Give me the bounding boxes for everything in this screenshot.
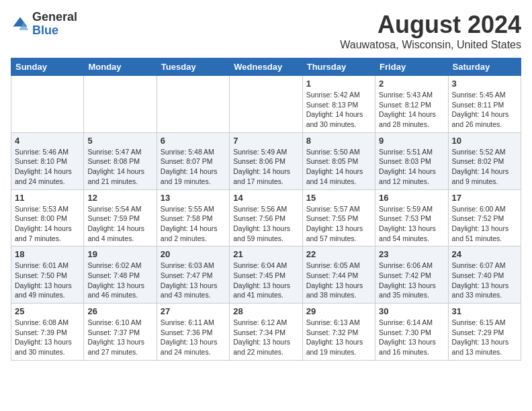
- calendar-header-tuesday: Tuesday: [157, 58, 229, 76]
- day-number: 21: [233, 249, 298, 259]
- day-number: 31: [452, 306, 517, 316]
- calendar-cell: 16Sunrise: 5:59 AM Sunset: 7:53 PM Dayli…: [375, 189, 448, 246]
- day-info: Sunrise: 5:48 AM Sunset: 8:07 PM Dayligh…: [161, 147, 226, 187]
- calendar-header-saturday: Saturday: [448, 58, 521, 76]
- calendar-cell: 23Sunrise: 6:06 AM Sunset: 7:42 PM Dayli…: [375, 246, 448, 304]
- calendar-cell: 24Sunrise: 6:07 AM Sunset: 7:40 PM Dayli…: [448, 246, 521, 304]
- day-info: Sunrise: 5:52 AM Sunset: 8:02 PM Dayligh…: [452, 147, 517, 187]
- day-info: Sunrise: 6:13 AM Sunset: 7:32 PM Dayligh…: [306, 318, 371, 357]
- day-info: Sunrise: 6:10 AM Sunset: 7:37 PM Dayligh…: [87, 318, 152, 357]
- logo-text: General Blue: [32, 11, 77, 38]
- day-number: 1: [306, 79, 371, 89]
- day-number: 28: [233, 306, 298, 316]
- month-title: August 2024: [340, 11, 521, 39]
- day-info: Sunrise: 5:57 AM Sunset: 7:55 PM Dayligh…: [306, 204, 371, 244]
- calendar-cell: 15Sunrise: 5:57 AM Sunset: 7:55 PM Dayli…: [302, 189, 375, 246]
- day-info: Sunrise: 6:03 AM Sunset: 7:47 PM Dayligh…: [161, 261, 226, 300]
- day-info: Sunrise: 6:11 AM Sunset: 7:36 PM Dayligh…: [161, 318, 226, 357]
- calendar-cell: 4Sunrise: 5:46 AM Sunset: 8:10 PM Daylig…: [11, 132, 84, 189]
- day-number: 23: [379, 249, 444, 259]
- day-info: Sunrise: 5:47 AM Sunset: 8:08 PM Dayligh…: [87, 147, 152, 187]
- day-number: 20: [161, 249, 226, 259]
- page-header: General Blue August 2024 Wauwatosa, Wisc…: [11, 11, 521, 51]
- calendar-week-5: 25Sunrise: 6:08 AM Sunset: 7:39 PM Dayli…: [11, 304, 521, 361]
- calendar-cell: 19Sunrise: 6:02 AM Sunset: 7:48 PM Dayli…: [84, 246, 157, 304]
- day-number: 11: [15, 193, 80, 203]
- day-number: 16: [379, 193, 444, 203]
- calendar-cell: 30Sunrise: 6:14 AM Sunset: 7:30 PM Dayli…: [375, 304, 448, 361]
- calendar-cell: 18Sunrise: 6:01 AM Sunset: 7:50 PM Dayli…: [11, 246, 84, 304]
- calendar-cell: 8Sunrise: 5:50 AM Sunset: 8:05 PM Daylig…: [302, 132, 375, 189]
- calendar-header-sunday: Sunday: [11, 58, 84, 76]
- day-number: 26: [87, 306, 152, 316]
- day-info: Sunrise: 5:49 AM Sunset: 8:06 PM Dayligh…: [233, 147, 298, 187]
- day-number: 13: [161, 193, 226, 203]
- calendar-cell: 5Sunrise: 5:47 AM Sunset: 8:08 PM Daylig…: [84, 132, 157, 189]
- calendar-week-4: 18Sunrise: 6:01 AM Sunset: 7:50 PM Dayli…: [11, 246, 521, 304]
- day-number: 8: [306, 136, 371, 146]
- logo-blue: Blue: [32, 24, 77, 38]
- day-info: Sunrise: 6:02 AM Sunset: 7:48 PM Dayligh…: [87, 261, 152, 300]
- day-number: 9: [379, 136, 444, 146]
- day-info: Sunrise: 5:55 AM Sunset: 7:58 PM Dayligh…: [161, 204, 226, 244]
- calendar-cell: 6Sunrise: 5:48 AM Sunset: 8:07 PM Daylig…: [157, 132, 229, 189]
- calendar-cell: 7Sunrise: 5:49 AM Sunset: 8:06 PM Daylig…: [230, 132, 302, 189]
- calendar-cell: 20Sunrise: 6:03 AM Sunset: 7:47 PM Dayli…: [157, 246, 229, 304]
- day-info: Sunrise: 6:05 AM Sunset: 7:44 PM Dayligh…: [306, 261, 371, 300]
- day-info: Sunrise: 6:08 AM Sunset: 7:39 PM Dayligh…: [15, 318, 80, 357]
- day-info: Sunrise: 6:15 AM Sunset: 7:29 PM Dayligh…: [452, 318, 517, 357]
- calendar-cell: 17Sunrise: 6:00 AM Sunset: 7:52 PM Dayli…: [448, 189, 521, 246]
- calendar-cell: 26Sunrise: 6:10 AM Sunset: 7:37 PM Dayli…: [84, 304, 157, 361]
- calendar-cell: 28Sunrise: 6:12 AM Sunset: 7:34 PM Dayli…: [230, 304, 302, 361]
- day-info: Sunrise: 5:53 AM Sunset: 8:00 PM Dayligh…: [15, 204, 80, 244]
- calendar-cell: 2Sunrise: 5:43 AM Sunset: 8:12 PM Daylig…: [375, 76, 448, 133]
- day-info: Sunrise: 6:12 AM Sunset: 7:34 PM Dayligh…: [233, 318, 298, 357]
- calendar-header-wednesday: Wednesday: [230, 58, 302, 76]
- calendar-cell: 29Sunrise: 6:13 AM Sunset: 7:32 PM Dayli…: [302, 304, 375, 361]
- day-number: 10: [452, 136, 517, 146]
- calendar-cell: 13Sunrise: 5:55 AM Sunset: 7:58 PM Dayli…: [157, 189, 229, 246]
- day-number: 6: [161, 136, 226, 146]
- calendar-cell: 1Sunrise: 5:42 AM Sunset: 8:13 PM Daylig…: [302, 76, 375, 133]
- day-info: Sunrise: 5:54 AM Sunset: 7:59 PM Dayligh…: [87, 204, 152, 244]
- calendar-cell: 9Sunrise: 5:51 AM Sunset: 8:03 PM Daylig…: [375, 132, 448, 189]
- calendar-cell: 27Sunrise: 6:11 AM Sunset: 7:36 PM Dayli…: [157, 304, 229, 361]
- day-number: 15: [306, 193, 371, 203]
- day-number: 14: [233, 193, 298, 203]
- location: Wauwatosa, Wisconsin, United States: [340, 39, 521, 51]
- day-number: 4: [15, 136, 80, 146]
- calendar-header-friday: Friday: [375, 58, 448, 76]
- day-number: 18: [15, 249, 80, 259]
- calendar: SundayMondayTuesdayWednesdayThursdayFrid…: [11, 58, 521, 361]
- day-info: Sunrise: 5:46 AM Sunset: 8:10 PM Dayligh…: [15, 147, 80, 187]
- day-number: 25: [15, 306, 80, 316]
- day-number: 19: [87, 249, 152, 259]
- calendar-week-1: 1Sunrise: 5:42 AM Sunset: 8:13 PM Daylig…: [11, 76, 521, 133]
- day-info: Sunrise: 5:50 AM Sunset: 8:05 PM Dayligh…: [306, 147, 371, 187]
- calendar-header-monday: Monday: [84, 58, 157, 76]
- day-info: Sunrise: 6:14 AM Sunset: 7:30 PM Dayligh…: [379, 318, 444, 357]
- calendar-week-2: 4Sunrise: 5:46 AM Sunset: 8:10 PM Daylig…: [11, 132, 521, 189]
- calendar-cell: [84, 76, 157, 133]
- day-info: Sunrise: 5:43 AM Sunset: 8:12 PM Dayligh…: [379, 90, 444, 130]
- day-number: 30: [379, 306, 444, 316]
- calendar-cell: 21Sunrise: 6:04 AM Sunset: 7:45 PM Dayli…: [230, 246, 302, 304]
- calendar-cell: 10Sunrise: 5:52 AM Sunset: 8:02 PM Dayli…: [448, 132, 521, 189]
- day-info: Sunrise: 5:56 AM Sunset: 7:56 PM Dayligh…: [233, 204, 298, 244]
- day-number: 17: [452, 193, 517, 203]
- calendar-header-thursday: Thursday: [302, 58, 375, 76]
- day-info: Sunrise: 5:42 AM Sunset: 8:13 PM Dayligh…: [306, 90, 371, 130]
- logo-general: General: [32, 11, 77, 24]
- day-number: 12: [87, 193, 152, 203]
- day-number: 7: [233, 136, 298, 146]
- calendar-cell: 22Sunrise: 6:05 AM Sunset: 7:44 PM Dayli…: [302, 246, 375, 304]
- logo-icon: [11, 15, 30, 34]
- calendar-cell: 3Sunrise: 5:45 AM Sunset: 8:11 PM Daylig…: [448, 76, 521, 133]
- calendar-cell: 14Sunrise: 5:56 AM Sunset: 7:56 PM Dayli…: [230, 189, 302, 246]
- day-number: 5: [87, 136, 152, 146]
- calendar-cell: 31Sunrise: 6:15 AM Sunset: 7:29 PM Dayli…: [448, 304, 521, 361]
- logo: General Blue: [11, 11, 77, 38]
- day-info: Sunrise: 6:00 AM Sunset: 7:52 PM Dayligh…: [452, 204, 517, 244]
- day-number: 22: [306, 249, 371, 259]
- calendar-cell: [157, 76, 229, 133]
